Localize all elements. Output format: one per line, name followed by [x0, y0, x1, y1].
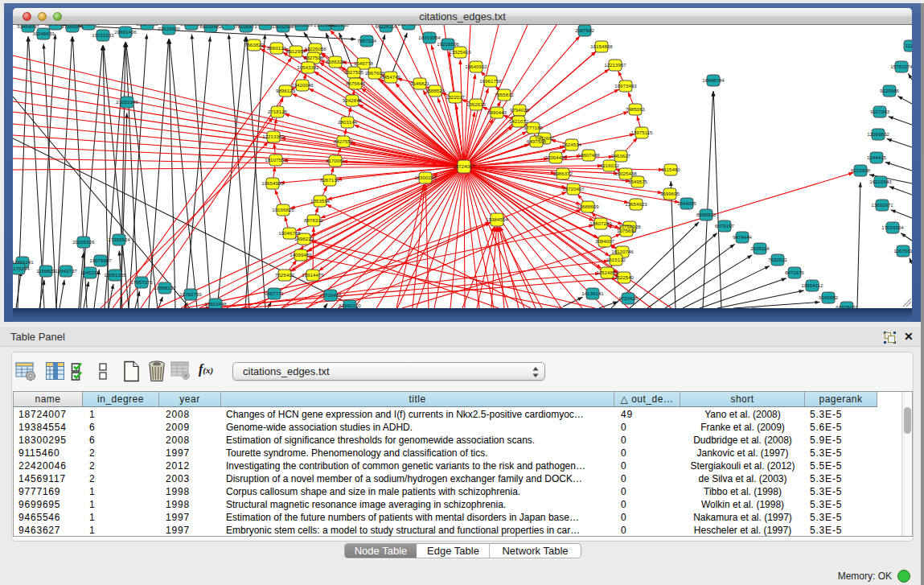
svg-text:2986372: 2986372	[553, 171, 573, 176]
svg-text:8471676: 8471676	[785, 270, 805, 275]
svg-text:1733426: 1733426	[618, 295, 639, 301]
svg-text:2087682: 2087682	[575, 27, 595, 33]
svg-text:14099489: 14099489	[290, 252, 312, 257]
svg-text:7663822: 7663822	[244, 42, 265, 47]
svg-text:16648784: 16648784	[702, 77, 725, 83]
svg-text:18107552: 18107552	[265, 157, 287, 163]
svg-text:81924865: 81924865	[136, 25, 158, 27]
svg-text:6679197: 6679197	[715, 223, 735, 229]
svg-text:17359924: 17359924	[108, 237, 130, 242]
svg-text:10654983: 10654983	[261, 180, 284, 186]
svg-text:9327505: 9327505	[344, 69, 364, 75]
svg-text:9657771: 9657771	[265, 290, 285, 296]
svg-text:15751074: 15751074	[890, 64, 912, 69]
svg-text:13975115: 13975115	[630, 130, 653, 135]
svg-text:1075692: 1075692	[617, 228, 637, 233]
svg-text:83960310: 83960310	[339, 303, 361, 308]
svg-text:18300295: 18300295	[414, 175, 437, 180]
svg-text:8912954: 8912954	[286, 48, 306, 54]
svg-text:20364436: 20364436	[544, 154, 567, 160]
svg-text:10025438: 10025438	[614, 171, 637, 176]
svg-text:66126116: 66126116	[375, 25, 397, 29]
svg-text:13692971: 13692971	[871, 202, 893, 208]
svg-text:9115460: 9115460	[661, 167, 680, 172]
svg-text:1588520: 1588520	[425, 88, 446, 93]
svg-text:22633920: 22633920	[158, 26, 180, 31]
svg-text:8878332: 8878332	[304, 217, 324, 223]
svg-text:16120746: 16120746	[611, 249, 634, 254]
svg-text:2522540: 2522540	[614, 274, 634, 280]
svg-text:10688609: 10688609	[577, 204, 599, 209]
svg-text:9129966: 9129966	[880, 88, 900, 93]
svg-text:20691406: 20691406	[114, 29, 137, 35]
svg-text:2803144: 2803144	[338, 119, 358, 125]
svg-text:10654112: 10654112	[801, 282, 823, 288]
svg-text:1421072: 1421072	[509, 118, 529, 124]
svg-text:9794028: 9794028	[510, 107, 530, 113]
svg-text:23420046: 23420046	[291, 82, 314, 88]
svg-text:17016504: 17016504	[881, 225, 904, 230]
svg-text:13325419: 13325419	[449, 49, 471, 55]
svg-text:2935114: 2935114	[750, 245, 770, 251]
svg-text:12342737: 12342737	[55, 268, 77, 274]
svg-text:9699695: 9699695	[660, 191, 680, 196]
svg-text:19218506: 19218506	[437, 41, 459, 47]
svg-text:19975867: 19975867	[89, 257, 112, 263]
svg-text:8186328: 8186328	[326, 59, 346, 64]
svg-text:8660124: 8660124	[267, 45, 287, 51]
svg-text:12213967: 12213967	[604, 62, 626, 68]
svg-text:7485063: 7485063	[626, 106, 646, 112]
svg-text:1145191: 1145191	[80, 270, 100, 275]
svg-text:66978001: 66978001	[836, 304, 858, 308]
svg-text:30246633: 30246633	[32, 31, 55, 36]
svg-text:1353594: 1353594	[310, 198, 331, 204]
svg-text:9327508: 9327508	[304, 55, 324, 60]
svg-text:21053346: 21053346	[116, 99, 138, 105]
svg-text:1498222: 1498222	[294, 236, 314, 241]
svg-text:7955812: 7955812	[495, 92, 515, 97]
svg-text:19722233: 19722233	[92, 32, 114, 38]
svg-text:16961758: 16961758	[479, 78, 502, 84]
svg-text:18313054: 18313054	[418, 35, 441, 40]
svg-text:9146821: 9146821	[410, 80, 430, 86]
svg-text:8990443: 8990443	[487, 109, 507, 115]
svg-text:53464097: 53464097	[17, 25, 39, 29]
svg-text:9245652: 9245652	[819, 295, 839, 300]
svg-text:20206526: 20206526	[72, 239, 95, 245]
svg-text:12051355: 12051355	[104, 272, 126, 278]
svg-text:1362615: 1362615	[466, 101, 487, 107]
svg-text:6497508: 6497508	[527, 138, 547, 144]
svg-text:16914479: 16914479	[302, 272, 324, 278]
svg-text:10543382: 10543382	[297, 64, 319, 70]
svg-text:14136141: 14136141	[581, 290, 604, 296]
svg-text:16210643: 16210643	[869, 179, 892, 184]
svg-text:13654923: 13654923	[625, 201, 647, 207]
svg-text:6216012: 6216012	[600, 163, 620, 168]
svg-text:15716485: 15716485	[319, 292, 342, 298]
svg-text:1624534: 1624534	[562, 142, 582, 147]
svg-text:8675645: 8675645	[346, 80, 366, 86]
svg-text:3084007: 3084007	[595, 238, 615, 244]
svg-text:16033809: 16033809	[290, 25, 313, 27]
svg-text:8215958: 8215958	[851, 167, 871, 173]
svg-text:1549575: 1549575	[628, 179, 648, 184]
svg-text:18724007: 18724007	[453, 163, 475, 169]
svg-text:2718126: 2718126	[268, 109, 288, 114]
svg-text:7625402: 7625402	[275, 272, 295, 278]
svg-text:19384554: 19384554	[486, 216, 508, 222]
svg-text:10973493: 10973493	[614, 83, 637, 89]
svg-text:9227343: 9227343	[870, 109, 890, 114]
svg-text:42301241: 42301241	[13, 259, 34, 265]
svg-text:19166825: 19166825	[272, 207, 294, 212]
svg-text:8938923: 8938923	[696, 212, 717, 217]
svg-text:68202938: 68202938	[326, 25, 349, 27]
svg-text:12923448: 12923448	[204, 301, 227, 307]
svg-text:15720407: 15720407	[562, 186, 585, 192]
svg-text:9896123: 9896123	[276, 88, 296, 93]
svg-text:12213369: 12213369	[262, 134, 285, 139]
svg-text:17957273: 17957273	[130, 279, 153, 285]
svg-text:1546778: 1546778	[354, 60, 374, 66]
svg-text:8267130: 8267130	[320, 177, 340, 183]
svg-text:9777169: 9777169	[524, 125, 544, 130]
svg-text:1615132: 1615132	[606, 257, 626, 262]
